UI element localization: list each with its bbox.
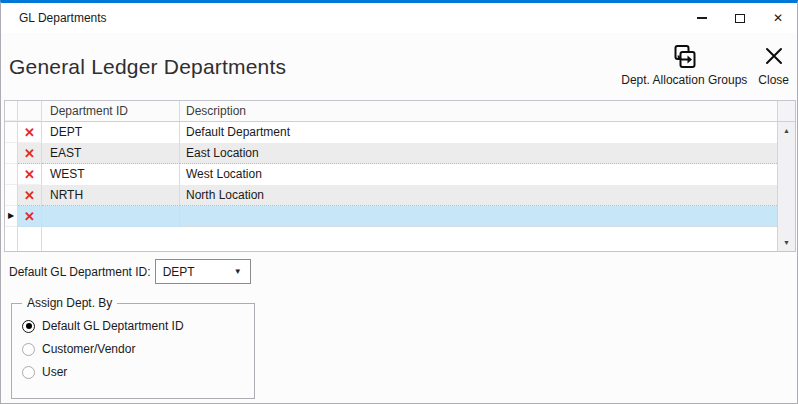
description-cell[interactable]: West Location [180,164,777,185]
gl-departments-dialog: GL Departments ✕ General Ledger Departme… [0,0,798,404]
scroll-up-icon: ▲ [783,127,790,134]
minimize-icon [697,17,707,19]
radio-user[interactable]: User [22,365,254,379]
default-department-combobox[interactable]: DEPT ▼ [155,259,251,284]
grid-empty-area [5,227,777,251]
description-cell[interactable] [180,206,777,227]
delete-row-button[interactable]: ✕ [18,143,42,164]
table-row[interactable]: ✕ DEPT Default Department [5,122,777,143]
title-bar[interactable]: GL Departments ✕ [1,3,797,33]
page-title: General Ledger Departments [9,55,286,79]
delete-row-button[interactable]: ✕ [18,122,42,143]
radio-button-icon [22,366,35,379]
description-cell[interactable]: East Location [180,143,777,164]
row-indicator-cell [5,143,18,164]
delete-icon: ✕ [24,168,35,181]
department-id-cell[interactable] [42,206,180,227]
department-id-cell[interactable]: NRTH [42,185,180,206]
grid-header-scroll-corner [777,101,795,121]
radio-button-icon [22,320,35,333]
window-title: GL Departments [1,11,683,25]
close-button[interactable]: Close [755,40,792,89]
close-icon [763,42,785,70]
assign-dept-by-groupbox: Assign Dept. By Default GL Deptartment I… [11,303,255,399]
grid-header-department-id[interactable]: Department ID [42,101,180,121]
scroll-up-button[interactable]: ▲ [778,122,795,139]
grid-rows: ✕ DEPT Default Department ✕ EAST East Lo… [5,122,777,251]
description-cell[interactable]: North Location [180,185,777,206]
delete-icon: ✕ [24,126,35,139]
toolbar: Dept. Allocation Groups Close [618,40,792,89]
radio-label: Customer/Vendor [42,342,135,356]
delete-icon: ✕ [24,147,35,160]
current-row-indicator-icon: ▶ [8,212,14,220]
grid-header-indicator [5,101,18,121]
row-indicator-cell: ▶ [5,206,18,227]
table-row-new-selected[interactable]: ▶ ✕ [5,206,777,227]
scroll-down-icon: ▼ [783,239,790,246]
departments-grid: Department ID Description ✕ DEPT Default… [4,100,796,252]
dept-allocation-groups-label: Dept. Allocation Groups [621,73,747,87]
vertical-scrollbar[interactable]: ▲ ▼ [777,122,795,251]
department-id-cell[interactable]: WEST [42,164,180,185]
dept-allocation-groups-icon [671,42,698,70]
description-cell[interactable]: Default Department [180,122,777,143]
default-department-label: Default GL Department ID: [9,265,151,279]
close-label: Close [758,73,789,87]
department-id-cell[interactable]: DEPT [42,122,180,143]
grid-header-description[interactable]: Description [180,101,777,121]
delete-row-button[interactable]: ✕ [18,206,42,227]
delete-icon: ✕ [24,210,35,223]
radio-label: Default GL Deptartment ID [42,319,184,333]
radio-label: User [42,365,67,379]
dept-allocation-groups-button[interactable]: Dept. Allocation Groups [618,40,750,89]
table-row[interactable]: ✕ WEST West Location [5,164,777,185]
row-indicator-cell [5,164,18,185]
grid-header-row: Department ID Description [5,101,795,122]
delete-icon: ✕ [24,189,35,202]
table-row[interactable]: ✕ NRTH North Location [5,185,777,206]
maximize-button[interactable] [721,3,759,33]
maximize-icon [735,14,745,23]
radio-button-icon [22,343,35,356]
chevron-down-icon: ▼ [234,267,242,276]
delete-row-button[interactable]: ✕ [18,185,42,206]
department-id-cell[interactable]: EAST [42,143,180,164]
assign-dept-by-legend: Assign Dept. By [22,296,117,310]
radio-customer-vendor[interactable]: Customer/Vendor [22,342,254,356]
scroll-down-button[interactable]: ▼ [778,234,795,251]
window-controls: ✕ [683,3,797,33]
default-department-value: DEPT [163,265,195,279]
window-close-icon: ✕ [773,12,783,24]
delete-row-button[interactable]: ✕ [18,164,42,185]
row-indicator-cell [5,185,18,206]
scrollbar-track[interactable] [778,139,795,234]
row-indicator-cell [5,122,18,143]
radio-default-gl-department-id[interactable]: Default GL Deptartment ID [22,319,254,333]
default-department-row: Default GL Department ID: DEPT ▼ [9,259,251,284]
grid-header-delete [18,101,42,121]
window-close-button[interactable]: ✕ [759,3,797,33]
minimize-button[interactable] [683,3,721,33]
table-row[interactable]: ✕ EAST East Location [5,143,777,164]
